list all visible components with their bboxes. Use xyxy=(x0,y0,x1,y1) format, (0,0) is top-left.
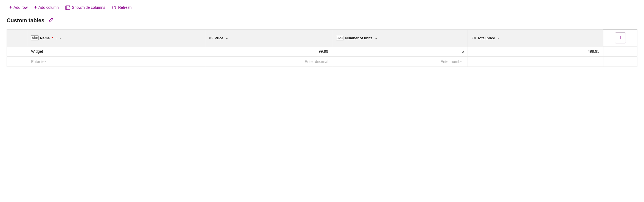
refresh-button[interactable]: Refresh xyxy=(109,3,134,12)
add-column-icon: + xyxy=(34,5,37,10)
new-row-empty-action-cell xyxy=(603,57,637,67)
row-units-value: 5 xyxy=(462,49,464,54)
new-row-units-cell[interactable]: Enter number xyxy=(332,57,468,67)
new-row-selector-cell xyxy=(7,57,27,67)
total-chevron-icon[interactable]: ⌄ xyxy=(497,36,500,40)
add-column-button[interactable]: + Add column xyxy=(32,3,61,12)
add-column-header-cell: + xyxy=(603,30,637,46)
new-row-total-cell xyxy=(468,57,603,67)
add-row-button[interactable]: + Add row xyxy=(7,3,30,12)
show-hide-icon xyxy=(65,5,70,10)
new-row-price-cell[interactable]: Enter decimal xyxy=(205,57,332,67)
name-col-label: Name xyxy=(40,36,50,40)
column-header-price[interactable]: 0.0 Price ⌄ xyxy=(205,30,332,46)
new-row-name-cell[interactable]: Enter text xyxy=(27,57,205,67)
row-units-cell[interactable]: 5 xyxy=(332,46,468,57)
units-col-icon: 123 xyxy=(336,36,344,40)
page-title: Custom tables xyxy=(7,17,44,24)
row-name-value: Widget xyxy=(31,49,43,54)
edit-title-button[interactable] xyxy=(47,16,55,25)
column-header-total[interactable]: 0.0 Total price ⌄ xyxy=(468,30,603,46)
new-row-price-placeholder: Enter decimal xyxy=(305,59,328,64)
row-total-cell[interactable]: 499.95 xyxy=(468,46,603,57)
toolbar: + Add row + Add column Show/hide columns… xyxy=(7,3,637,12)
row-price-value: 99.99 xyxy=(319,49,328,54)
row-empty-action-cell xyxy=(603,46,637,57)
show-hide-columns-button[interactable]: Show/hide columns xyxy=(63,3,108,12)
add-column-table-button[interactable]: + xyxy=(615,32,626,43)
page-title-row: Custom tables xyxy=(7,16,637,25)
name-sort-up-icon[interactable]: ↑ xyxy=(55,36,57,40)
table-header-row: Abc Name * ↑ ⌄ 0.0 Price ⌄ xyxy=(7,30,637,46)
total-col-label: Total price xyxy=(477,36,495,40)
row-selector-header xyxy=(7,30,27,46)
custom-table-wrapper: Abc Name * ↑ ⌄ 0.0 Price ⌄ xyxy=(7,29,637,67)
row-total-value: 499.95 xyxy=(588,49,600,54)
units-chevron-icon[interactable]: ⌄ xyxy=(375,36,377,40)
price-col-label: Price xyxy=(215,36,223,40)
custom-table: Abc Name * ↑ ⌄ 0.0 Price ⌄ xyxy=(7,29,637,67)
new-row: Enter text Enter decimal Enter number xyxy=(7,57,637,67)
add-row-icon: + xyxy=(9,5,12,10)
price-chevron-icon[interactable]: ⌄ xyxy=(226,36,228,40)
price-col-icon: 0.0 xyxy=(209,36,213,40)
row-name-cell[interactable]: Widget xyxy=(27,46,205,57)
column-header-name[interactable]: Abc Name * ↑ ⌄ xyxy=(27,30,205,46)
name-required-indicator: * xyxy=(52,36,53,40)
name-sort-chevron-icon[interactable]: ⌄ xyxy=(59,36,62,40)
total-col-icon: 0.0 xyxy=(472,36,476,40)
row-selector-cell[interactable] xyxy=(7,46,27,57)
table-row: Widget 99.99 5 499.95 xyxy=(7,46,637,57)
new-row-name-placeholder: Enter text xyxy=(31,59,47,64)
edit-pencil-icon xyxy=(48,17,54,24)
new-row-units-placeholder: Enter number xyxy=(440,59,464,64)
units-col-label: Number of units xyxy=(345,36,373,40)
column-header-units[interactable]: 123 Number of units ⌄ xyxy=(332,30,468,46)
add-column-plus-icon: + xyxy=(618,35,622,41)
row-price-cell[interactable]: 99.99 xyxy=(205,46,332,57)
refresh-icon xyxy=(112,5,116,10)
name-col-icon: Abc xyxy=(31,35,39,40)
